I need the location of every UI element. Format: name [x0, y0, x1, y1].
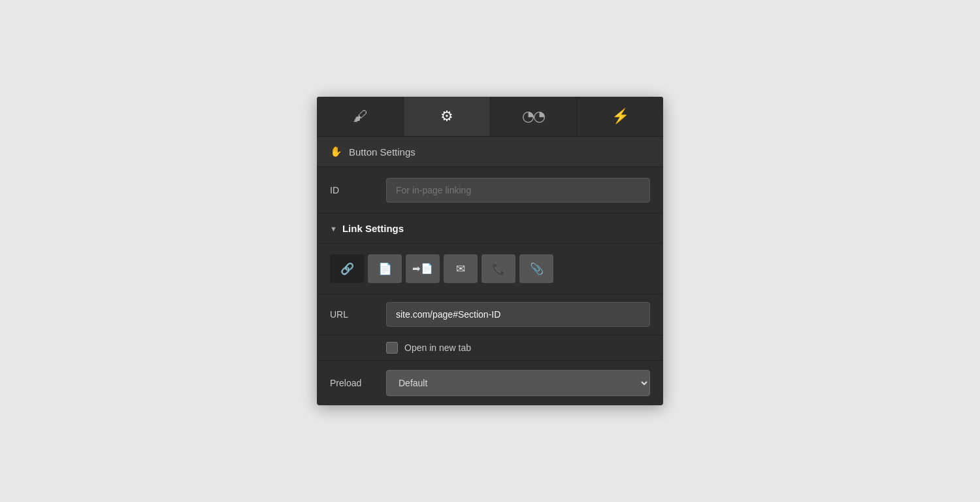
settings-panel: 🖌 ⚙ ◔◔ ⚡ ✋ Button Settings ID ▼ Link Set… — [317, 97, 663, 405]
button-settings-label: Button Settings — [349, 146, 416, 158]
hand-icon: ✋ — [330, 146, 342, 158]
email-icon: ✉ — [456, 262, 465, 276]
link-type-row: 🔗 📄 ➡📄 ✉ 📞 📎 — [317, 244, 663, 294]
link-type-file[interactable]: 📎 — [519, 254, 553, 283]
open-new-tab-checkbox[interactable] — [386, 342, 398, 354]
brush-icon: 🖌 — [353, 108, 367, 125]
preload-row: Preload Default None Preload Prefetch — [317, 361, 663, 405]
url-label: URL — [330, 309, 376, 320]
tab-bar: 🖌 ⚙ ◔◔ ⚡ — [317, 97, 663, 137]
tab-bolt[interactable]: ⚡ — [577, 97, 663, 136]
button-settings-header: ✋ Button Settings — [317, 137, 663, 167]
phone-icon: 📞 — [492, 262, 506, 276]
tab-settings[interactable]: ⚙ — [404, 97, 491, 136]
gear-icon: ⚙ — [440, 108, 453, 125]
link-icon: 🔗 — [340, 262, 354, 276]
id-field-row: ID — [317, 167, 663, 214]
link-settings-header[interactable]: ▼ Link Settings — [317, 214, 663, 244]
open-new-tab-row: Open in new tab — [317, 335, 663, 361]
anchor-icon: ➡📄 — [412, 263, 433, 275]
link-type-page[interactable]: 📄 — [368, 254, 402, 283]
drops-icon: ◔◔ — [522, 108, 544, 125]
chevron-icon: ▼ — [330, 225, 337, 233]
open-new-tab-label: Open in new tab — [404, 343, 471, 353]
link-type-phone[interactable]: 📞 — [482, 254, 515, 283]
bolt-icon: ⚡ — [612, 108, 629, 125]
id-input[interactable] — [386, 178, 650, 203]
page-icon: 📄 — [378, 262, 392, 276]
file-icon: 📎 — [530, 262, 544, 276]
preload-label: Preload — [330, 378, 376, 388]
preload-select[interactable]: Default None Preload Prefetch — [386, 370, 650, 396]
link-settings-label: Link Settings — [342, 223, 404, 234]
link-type-url[interactable]: 🔗 — [330, 254, 364, 283]
tab-drops[interactable]: ◔◔ — [491, 97, 578, 136]
link-type-anchor[interactable]: ➡📄 — [406, 254, 440, 283]
id-label: ID — [330, 185, 376, 195]
tab-brush[interactable]: 🖌 — [317, 97, 404, 136]
url-input[interactable] — [386, 302, 650, 327]
link-type-email[interactable]: ✉ — [444, 254, 478, 283]
url-field-row: URL — [317, 294, 663, 335]
